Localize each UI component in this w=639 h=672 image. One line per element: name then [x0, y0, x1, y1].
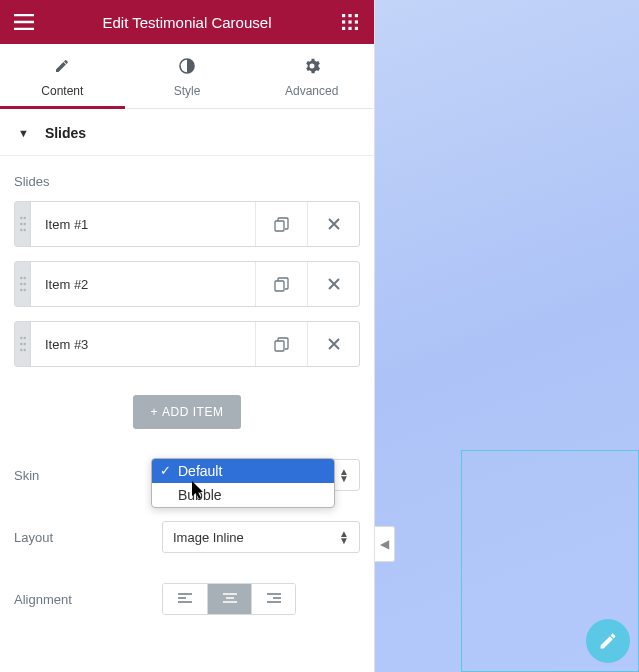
duplicate-icon[interactable] — [255, 262, 307, 306]
align-right-button[interactable] — [251, 584, 295, 614]
svg-rect-23 — [275, 281, 284, 291]
slide-item-label: Item #1 — [31, 202, 255, 246]
skin-dropdown: Default Bubble — [151, 458, 335, 508]
add-item-button[interactable]: + ADD ITEM — [133, 395, 242, 429]
svg-rect-30 — [275, 341, 284, 351]
gear-icon — [249, 58, 374, 78]
skin-option-bubble[interactable]: Bubble — [152, 483, 334, 507]
preview-canvas: ◀ — [375, 0, 639, 672]
svg-point-18 — [23, 277, 25, 279]
slide-item[interactable]: Item #2 — [14, 261, 360, 307]
alignment-label: Alignment — [14, 592, 162, 607]
align-center-button[interactable] — [207, 584, 251, 614]
svg-rect-4 — [348, 20, 351, 23]
svg-point-19 — [20, 283, 22, 285]
tab-advanced[interactable]: Advanced — [249, 44, 374, 108]
alignment-segmented — [162, 583, 296, 615]
menu-icon[interactable] — [12, 10, 36, 34]
svg-rect-7 — [348, 27, 351, 30]
add-item-label: ADD ITEM — [162, 405, 223, 419]
svg-rect-6 — [342, 27, 345, 30]
widget-selection-outline[interactable] — [461, 450, 639, 672]
duplicate-icon[interactable] — [255, 322, 307, 366]
svg-rect-1 — [348, 14, 351, 17]
select-arrows-icon: ▲▼ — [339, 468, 349, 482]
panel-header: Edit Testimonial Carousel — [0, 0, 374, 44]
svg-point-11 — [23, 217, 25, 219]
svg-point-29 — [23, 349, 25, 351]
svg-rect-16 — [275, 221, 284, 231]
panel-title: Edit Testimonial Carousel — [36, 14, 338, 31]
drag-handle-icon[interactable] — [15, 322, 31, 366]
svg-point-28 — [20, 349, 22, 351]
plus-icon: + — [151, 405, 159, 419]
svg-point-22 — [23, 289, 25, 291]
layout-value: Image Inline — [173, 530, 244, 545]
svg-rect-5 — [355, 20, 358, 23]
svg-rect-0 — [342, 14, 345, 17]
svg-point-10 — [20, 217, 22, 219]
skin-label: Skin — [14, 468, 162, 483]
tab-content[interactable]: Content — [0, 44, 125, 108]
section-body: Slides Item #1 Item #2 Item #3 — [0, 156, 374, 672]
editor-panel: Edit Testimonial Carousel Content Style … — [0, 0, 375, 672]
alignment-control: Alignment — [14, 583, 360, 615]
svg-point-26 — [20, 343, 22, 345]
slide-item[interactable]: Item #1 — [14, 201, 360, 247]
tab-label: Advanced — [285, 84, 338, 98]
close-icon[interactable] — [307, 322, 359, 366]
pencil-icon — [0, 58, 125, 78]
svg-point-27 — [23, 343, 25, 345]
contrast-icon — [125, 58, 250, 78]
slide-item-label: Item #2 — [31, 262, 255, 306]
align-left-button[interactable] — [163, 584, 207, 614]
svg-point-13 — [23, 223, 25, 225]
edit-widget-button[interactable] — [586, 619, 630, 663]
skin-option-default[interactable]: Default — [152, 459, 334, 483]
layout-label: Layout — [14, 530, 162, 545]
skin-control: Skin Default ▲▼ Default Bubble — [14, 459, 360, 491]
collapse-panel-button[interactable]: ◀ — [375, 526, 395, 562]
svg-point-12 — [20, 223, 22, 225]
svg-point-20 — [23, 283, 25, 285]
tab-label: Style — [174, 84, 201, 98]
svg-rect-2 — [355, 14, 358, 17]
pencil-icon — [598, 631, 618, 651]
slides-list: Item #1 Item #2 Item #3 — [14, 201, 360, 367]
select-arrows-icon: ▲▼ — [339, 530, 349, 544]
apps-icon[interactable] — [338, 10, 362, 34]
svg-point-15 — [23, 229, 25, 231]
panel-tabs: Content Style Advanced — [0, 44, 374, 109]
svg-point-25 — [23, 337, 25, 339]
slide-item[interactable]: Item #3 — [14, 321, 360, 367]
section-title: Slides — [45, 125, 86, 141]
layout-control: Layout Image Inline ▲▼ — [14, 521, 360, 553]
svg-point-24 — [20, 337, 22, 339]
svg-rect-3 — [342, 20, 345, 23]
slides-label: Slides — [14, 174, 360, 189]
skin-select[interactable]: Default ▲▼ Default Bubble — [162, 459, 360, 491]
layout-select[interactable]: Image Inline ▲▼ — [162, 521, 360, 553]
svg-point-17 — [20, 277, 22, 279]
drag-handle-icon[interactable] — [15, 202, 31, 246]
tab-label: Content — [41, 84, 83, 98]
duplicate-icon[interactable] — [255, 202, 307, 246]
slide-item-label: Item #3 — [31, 322, 255, 366]
chevron-left-icon: ◀ — [380, 537, 389, 551]
svg-point-21 — [20, 289, 22, 291]
svg-rect-8 — [355, 27, 358, 30]
section-slides-header[interactable]: ▼ Slides — [0, 109, 374, 156]
close-icon[interactable] — [307, 202, 359, 246]
close-icon[interactable] — [307, 262, 359, 306]
tab-style[interactable]: Style — [125, 44, 250, 108]
caret-down-icon: ▼ — [18, 127, 29, 139]
svg-point-14 — [20, 229, 22, 231]
drag-handle-icon[interactable] — [15, 262, 31, 306]
